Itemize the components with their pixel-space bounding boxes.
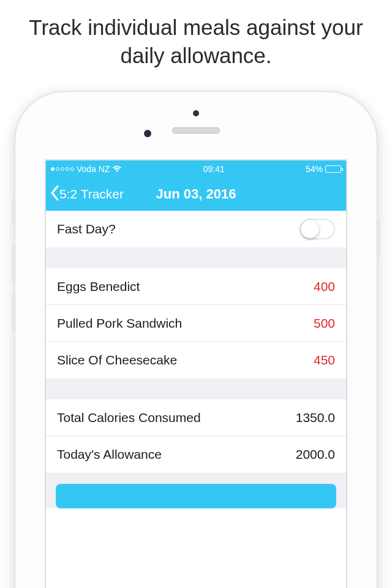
fast-day-label: Fast Day? [57,222,116,236]
section-gap [46,379,346,399]
page-title: Jun 03, 2016 [156,186,236,202]
meal-row[interactable]: Pulled Pork Sandwich 500 [46,305,346,342]
meal-name: Slice Of Cheesecake [57,353,177,368]
phone-power-button [377,221,380,257]
phone-screen: Voda NZ 09:41 54% 5:2 Tracker [45,159,347,588]
summary-label: Today's Allowance [57,447,162,462]
phone-speaker [172,127,220,134]
chevron-left-icon [50,185,59,204]
fast-day-toggle[interactable] [300,219,335,239]
meal-name: Eggs Benedict [57,279,140,294]
fast-day-row: Fast Day? [46,211,346,247]
section-gap [46,247,346,268]
meal-calories: 400 [314,279,335,294]
phone-volume-up [12,245,15,282]
marketing-headline: Track individual meals against your dail… [0,0,392,69]
phone-camera [144,130,151,137]
wifi-icon [112,165,122,173]
phone-sensor [193,110,199,116]
summary-label: Total Calories Consumed [57,410,201,425]
meal-calories: 500 [314,316,335,331]
meal-row[interactable]: Slice Of Cheesecake 450 [46,342,346,379]
meals-list: Eggs Benedict 400 Pulled Pork Sandwich 5… [46,268,346,379]
summary-row: Today's Allowance 2000.0 [46,436,346,473]
summary-list: Total Calories Consumed 1350.0 Today's A… [46,399,346,473]
clock: 09:41 [203,164,225,174]
phone-mute-switch [12,199,15,224]
toggle-knob [301,220,319,238]
meal-calories: 450 [314,353,335,368]
carrier-label: Voda NZ [77,164,110,174]
back-button[interactable]: 5:2 Tracker [46,185,124,204]
meal-name: Pulled Pork Sandwich [57,316,182,331]
nav-bar: 5:2 Tracker Jun 03, 2016 [46,178,346,211]
summary-row: Total Calories Consumed 1350.0 [46,399,346,436]
phone-frame: Voda NZ 09:41 54% 5:2 Tracker [15,92,377,588]
content-area: Fast Day? Eggs Benedict 400 Pulled Pork … [46,211,346,508]
add-meal-button[interactable] [56,484,336,508]
status-bar: Voda NZ 09:41 54% [46,160,346,178]
phone-volume-down [12,294,15,331]
back-label: 5:2 Tracker [59,187,124,202]
battery-icon [325,165,341,173]
meal-row[interactable]: Eggs Benedict 400 [46,268,346,305]
battery-percent: 54% [306,164,323,174]
summary-value: 1350.0 [296,410,335,425]
summary-value: 2000.0 [296,447,335,462]
signal-dots-icon [51,167,74,171]
